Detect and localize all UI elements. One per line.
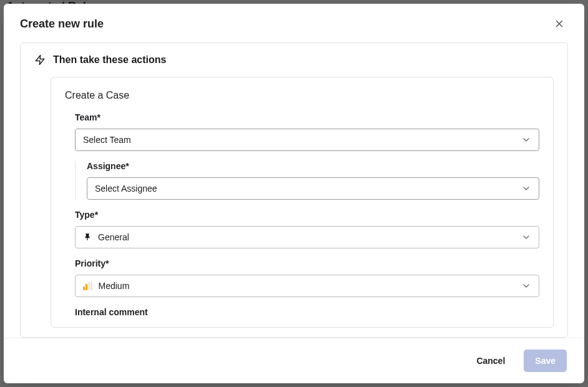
priority-select-text: Medium: [99, 281, 130, 291]
comment-label: Internal comment: [75, 307, 539, 317]
cancel-button[interactable]: Cancel: [465, 350, 516, 372]
pin-icon: [83, 233, 92, 242]
close-button[interactable]: [552, 16, 567, 31]
type-select[interactable]: General: [75, 226, 539, 248]
bolt-icon: [34, 54, 46, 66]
type-select-text: General: [98, 232, 129, 242]
priority-field-group: Priority* Medium: [65, 258, 539, 297]
team-field-group: Team* Select Team: [65, 112, 539, 151]
create-rule-modal: Create new rule Then take these actions …: [4, 4, 584, 383]
team-label: Team*: [75, 112, 539, 122]
team-select-value: Select Team: [83, 135, 131, 145]
modal-body: Then take these actions Create a Case Te…: [4, 42, 584, 338]
team-select[interactable]: Select Team: [75, 129, 539, 151]
assignee-select-value: Select Assignee: [95, 184, 157, 194]
priority-bars-icon: [83, 282, 92, 290]
close-icon: [554, 18, 565, 29]
priority-label: Priority*: [75, 258, 539, 268]
assignee-field-group: Assignee* Select Assignee: [75, 161, 539, 200]
chevron-down-icon: [521, 232, 531, 242]
svg-marker-2: [36, 56, 44, 65]
create-case-card: Create a Case Team* Select Team Assignee…: [51, 77, 554, 328]
assignee-select[interactable]: Select Assignee: [87, 177, 539, 200]
modal-header: Create new rule: [4, 4, 584, 42]
chevron-down-icon: [521, 184, 531, 194]
type-label: Type*: [75, 210, 539, 220]
assignee-label: Assignee*: [87, 161, 539, 171]
modal-footer: Cancel Save: [4, 338, 584, 383]
modal-title: Create new rule: [20, 17, 104, 31]
action-card-title: Create a Case: [65, 90, 539, 101]
save-button[interactable]: Save: [524, 350, 567, 372]
type-select-value: General: [83, 232, 129, 242]
section-title: Then take these actions: [53, 54, 166, 66]
comment-field-group: Internal comment: [65, 307, 539, 317]
priority-select-value: Medium: [83, 281, 129, 291]
chevron-down-icon: [521, 281, 531, 291]
actions-section-card: Then take these actions Create a Case Te…: [20, 42, 568, 338]
section-header: Then take these actions: [34, 54, 554, 66]
type-field-group: Type* General: [65, 210, 539, 248]
chevron-down-icon: [521, 135, 531, 145]
priority-select[interactable]: Medium: [75, 275, 539, 297]
